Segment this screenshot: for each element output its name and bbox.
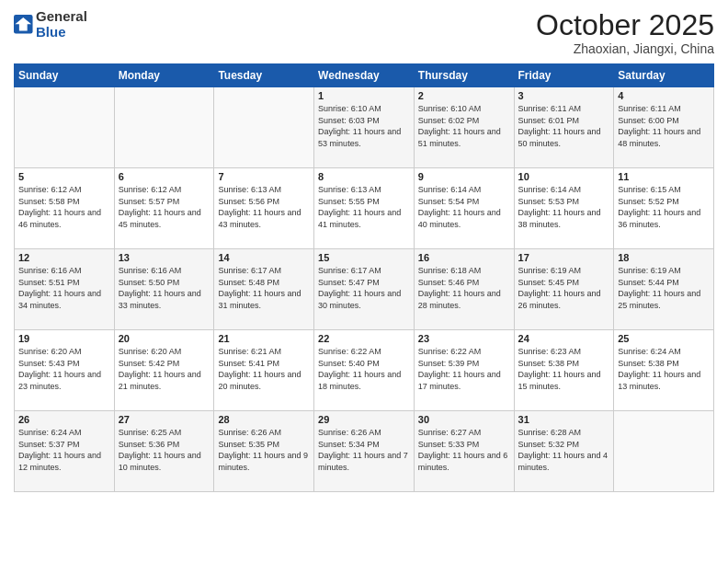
day-number: 14	[218, 252, 310, 263]
day-number: 9	[418, 171, 510, 182]
weekday-header-sunday: Sunday	[15, 64, 115, 87]
location: Zhaoxian, Jiangxi, China	[536, 41, 714, 56]
calendar-cell: 14Sunrise: 6:17 AM Sunset: 5:48 PM Dayli…	[214, 249, 314, 330]
calendar-cell: 5Sunrise: 6:12 AM Sunset: 5:58 PM Daylig…	[15, 168, 115, 249]
weekday-header-tuesday: Tuesday	[214, 64, 314, 87]
day-info: Sunrise: 6:13 AM Sunset: 5:56 PM Dayligh…	[218, 184, 310, 230]
day-number: 29	[318, 414, 410, 425]
day-info: Sunrise: 6:15 AM Sunset: 5:52 PM Dayligh…	[618, 184, 710, 230]
day-number: 11	[618, 171, 710, 182]
day-number: 7	[218, 171, 310, 182]
calendar-cell: 22Sunrise: 6:22 AM Sunset: 5:40 PM Dayli…	[314, 330, 415, 411]
calendar-cell: 27Sunrise: 6:25 AM Sunset: 5:36 PM Dayli…	[114, 411, 214, 492]
header: General Blue October 2025 Zhaoxian, Jian…	[14, 9, 714, 56]
day-number: 31	[518, 414, 610, 425]
calendar-cell: 20Sunrise: 6:20 AM Sunset: 5:42 PM Dayli…	[114, 330, 214, 411]
day-info: Sunrise: 6:16 AM Sunset: 5:50 PM Dayligh…	[119, 265, 210, 311]
calendar-cell: 9Sunrise: 6:14 AM Sunset: 5:54 PM Daylig…	[414, 168, 514, 249]
day-info: Sunrise: 6:12 AM Sunset: 5:57 PM Dayligh…	[119, 184, 210, 230]
day-number: 26	[18, 414, 110, 425]
day-info: Sunrise: 6:17 AM Sunset: 5:48 PM Dayligh…	[218, 265, 310, 311]
day-info: Sunrise: 6:27 AM Sunset: 5:33 PM Dayligh…	[418, 427, 510, 473]
day-info: Sunrise: 6:11 AM Sunset: 6:00 PM Dayligh…	[618, 103, 710, 149]
day-number: 28	[218, 414, 310, 425]
day-info: Sunrise: 6:12 AM Sunset: 5:58 PM Dayligh…	[18, 184, 110, 230]
calendar-cell: 28Sunrise: 6:26 AM Sunset: 5:35 PM Dayli…	[214, 411, 314, 492]
calendar-week-row: 19Sunrise: 6:20 AM Sunset: 5:43 PM Dayli…	[15, 330, 714, 411]
calendar-cell: 29Sunrise: 6:26 AM Sunset: 5:34 PM Dayli…	[314, 411, 415, 492]
day-info: Sunrise: 6:26 AM Sunset: 5:34 PM Dayligh…	[318, 427, 410, 473]
day-info: Sunrise: 6:26 AM Sunset: 5:35 PM Dayligh…	[218, 427, 310, 473]
calendar-cell: 4Sunrise: 6:11 AM Sunset: 6:00 PM Daylig…	[614, 87, 714, 168]
day-info: Sunrise: 6:23 AM Sunset: 5:38 PM Dayligh…	[518, 346, 610, 392]
calendar-cell: 11Sunrise: 6:15 AM Sunset: 5:52 PM Dayli…	[614, 168, 714, 249]
calendar-cell: 26Sunrise: 6:24 AM Sunset: 5:37 PM Dayli…	[15, 411, 115, 492]
day-number: 13	[119, 252, 210, 263]
logo-icon	[14, 15, 34, 35]
day-info: Sunrise: 6:22 AM Sunset: 5:39 PM Dayligh…	[418, 346, 510, 392]
day-info: Sunrise: 6:21 AM Sunset: 5:41 PM Dayligh…	[218, 346, 310, 392]
calendar-cell: 21Sunrise: 6:21 AM Sunset: 5:41 PM Dayli…	[214, 330, 314, 411]
calendar-cell: 30Sunrise: 6:27 AM Sunset: 5:33 PM Dayli…	[414, 411, 514, 492]
calendar-cell: 6Sunrise: 6:12 AM Sunset: 5:57 PM Daylig…	[114, 168, 214, 249]
weekday-header-monday: Monday	[114, 64, 214, 87]
day-number: 15	[318, 252, 410, 263]
calendar-cell	[15, 87, 115, 168]
day-info: Sunrise: 6:14 AM Sunset: 5:53 PM Dayligh…	[518, 184, 610, 230]
calendar-cell: 8Sunrise: 6:13 AM Sunset: 5:55 PM Daylig…	[314, 168, 415, 249]
day-number: 3	[518, 90, 610, 101]
calendar-table: SundayMondayTuesdayWednesdayThursdayFrid…	[14, 63, 714, 492]
day-number: 19	[18, 333, 110, 344]
calendar-cell: 17Sunrise: 6:19 AM Sunset: 5:45 PM Dayli…	[514, 249, 614, 330]
calendar-cell: 19Sunrise: 6:20 AM Sunset: 5:43 PM Dayli…	[15, 330, 115, 411]
day-info: Sunrise: 6:28 AM Sunset: 5:32 PM Dayligh…	[518, 427, 610, 473]
calendar-cell: 25Sunrise: 6:24 AM Sunset: 5:38 PM Dayli…	[614, 330, 714, 411]
calendar-week-row: 26Sunrise: 6:24 AM Sunset: 5:37 PM Dayli…	[15, 411, 714, 492]
calendar-cell	[614, 411, 714, 492]
day-number: 22	[318, 333, 410, 344]
day-number: 5	[18, 171, 110, 182]
title-block: October 2025 Zhaoxian, Jiangxi, China	[536, 9, 714, 56]
day-number: 27	[119, 414, 210, 425]
day-info: Sunrise: 6:13 AM Sunset: 5:55 PM Dayligh…	[318, 184, 410, 230]
day-number: 20	[119, 333, 210, 344]
calendar-week-row: 5Sunrise: 6:12 AM Sunset: 5:58 PM Daylig…	[15, 168, 714, 249]
day-info: Sunrise: 6:11 AM Sunset: 6:01 PM Dayligh…	[518, 103, 610, 149]
day-number: 17	[518, 252, 610, 263]
calendar-cell: 16Sunrise: 6:18 AM Sunset: 5:46 PM Dayli…	[414, 249, 514, 330]
day-number: 23	[418, 333, 510, 344]
day-info: Sunrise: 6:14 AM Sunset: 5:54 PM Dayligh…	[418, 184, 510, 230]
calendar-cell: 12Sunrise: 6:16 AM Sunset: 5:51 PM Dayli…	[15, 249, 115, 330]
weekday-header-thursday: Thursday	[414, 64, 514, 87]
calendar-page: General Blue October 2025 Zhaoxian, Jian…	[0, 0, 728, 563]
day-number: 16	[418, 252, 510, 263]
calendar-cell: 15Sunrise: 6:17 AM Sunset: 5:47 PM Dayli…	[314, 249, 415, 330]
calendar-cell: 31Sunrise: 6:28 AM Sunset: 5:32 PM Dayli…	[514, 411, 614, 492]
calendar-cell: 3Sunrise: 6:11 AM Sunset: 6:01 PM Daylig…	[514, 87, 614, 168]
day-info: Sunrise: 6:24 AM Sunset: 5:38 PM Dayligh…	[618, 346, 710, 392]
weekday-header-row: SundayMondayTuesdayWednesdayThursdayFrid…	[15, 64, 714, 87]
day-info: Sunrise: 6:19 AM Sunset: 5:44 PM Dayligh…	[618, 265, 710, 311]
calendar-cell: 18Sunrise: 6:19 AM Sunset: 5:44 PM Dayli…	[614, 249, 714, 330]
calendar-cell: 23Sunrise: 6:22 AM Sunset: 5:39 PM Dayli…	[414, 330, 514, 411]
weekday-header-friday: Friday	[514, 64, 614, 87]
day-number: 12	[18, 252, 110, 263]
day-number: 30	[418, 414, 510, 425]
day-info: Sunrise: 6:20 AM Sunset: 5:43 PM Dayligh…	[18, 346, 110, 392]
day-info: Sunrise: 6:22 AM Sunset: 5:40 PM Dayligh…	[318, 346, 410, 392]
day-number: 10	[518, 171, 610, 182]
calendar-cell: 2Sunrise: 6:10 AM Sunset: 6:02 PM Daylig…	[414, 87, 514, 168]
calendar-week-row: 12Sunrise: 6:16 AM Sunset: 5:51 PM Dayli…	[15, 249, 714, 330]
day-info: Sunrise: 6:16 AM Sunset: 5:51 PM Dayligh…	[18, 265, 110, 311]
day-number: 4	[618, 90, 710, 101]
calendar-cell: 24Sunrise: 6:23 AM Sunset: 5:38 PM Dayli…	[514, 330, 614, 411]
calendar-cell: 7Sunrise: 6:13 AM Sunset: 5:56 PM Daylig…	[214, 168, 314, 249]
day-info: Sunrise: 6:10 AM Sunset: 6:02 PM Dayligh…	[418, 103, 510, 149]
day-number: 8	[318, 171, 410, 182]
calendar-cell: 13Sunrise: 6:16 AM Sunset: 5:50 PM Dayli…	[114, 249, 214, 330]
day-number: 25	[618, 333, 710, 344]
day-info: Sunrise: 6:25 AM Sunset: 5:36 PM Dayligh…	[119, 427, 210, 473]
weekday-header-wednesday: Wednesday	[314, 64, 415, 87]
calendar-cell: 1Sunrise: 6:10 AM Sunset: 6:03 PM Daylig…	[314, 87, 415, 168]
day-info: Sunrise: 6:10 AM Sunset: 6:03 PM Dayligh…	[318, 103, 410, 149]
